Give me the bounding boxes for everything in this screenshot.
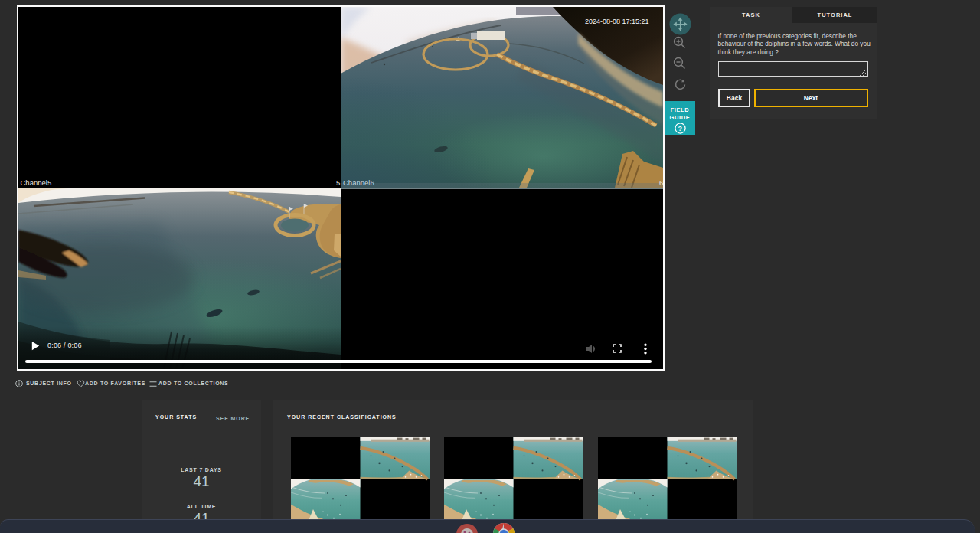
svg-text:Channel6: Channel6 [343, 178, 374, 187]
svg-text:6: 6 [659, 178, 663, 187]
svg-text:2024-08-08 17:15:21: 2024-08-08 17:15:21 [585, 18, 649, 25]
svg-text:?: ? [678, 125, 682, 132]
